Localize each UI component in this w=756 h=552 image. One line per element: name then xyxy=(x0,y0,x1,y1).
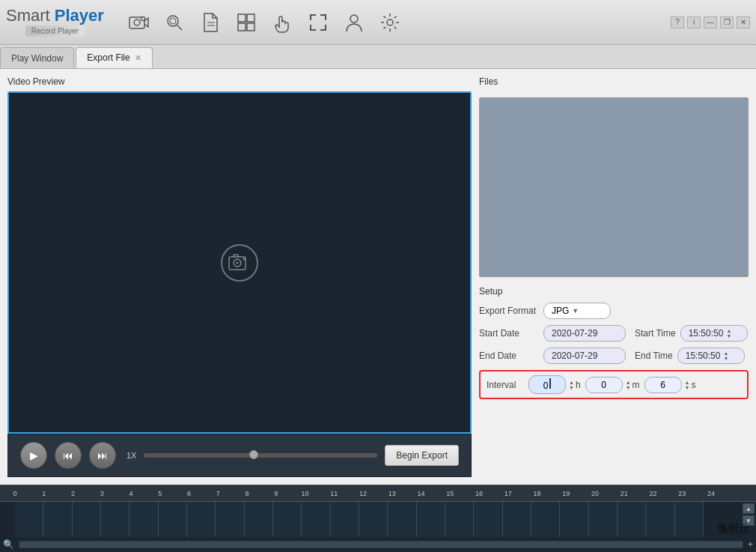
end-time-spinner[interactable]: ▲ ▼ xyxy=(723,351,728,361)
player-controls: ▶ ⏮ ⏭ 1X Begin Export xyxy=(7,434,472,477)
interval-m-spinner[interactable]: ▲ ▼ xyxy=(626,380,631,390)
timeline-cell-9[interactable] xyxy=(273,502,302,537)
end-date-input[interactable]: 2020-07-29 xyxy=(543,348,626,364)
close-button[interactable]: ✕ xyxy=(737,16,750,28)
timeline-cell-8[interactable] xyxy=(245,502,273,537)
progress-thumb[interactable] xyxy=(249,450,258,459)
interval-row: Interval 0 ▲ ▼ h 0 xyxy=(479,370,749,399)
timeline-cell-3[interactable] xyxy=(101,502,129,537)
timeline-cell-22[interactable] xyxy=(646,502,674,537)
start-date-input[interactable]: 2020-07-29 xyxy=(543,325,626,342)
svg-point-17 xyxy=(243,258,246,260)
timeline-cell-18[interactable] xyxy=(531,502,560,537)
end-spin-up-icon[interactable]: ▲ xyxy=(723,351,728,356)
end-spin-down-icon[interactable]: ▼ xyxy=(723,356,728,361)
timeline-cell-16[interactable] xyxy=(474,502,502,537)
zoom-out-button[interactable]: 🔍 xyxy=(3,539,14,550)
timeline-cell-10[interactable] xyxy=(302,502,330,537)
spin-up-icon[interactable]: ▲ xyxy=(726,328,731,333)
timeline-cell-2[interactable] xyxy=(73,502,101,537)
toolbar-icon-add-camera[interactable] xyxy=(126,10,150,34)
interval-s-spinner[interactable]: ▲ ▼ xyxy=(685,380,690,390)
timeline-cell-12[interactable] xyxy=(359,502,388,537)
begin-export-button[interactable]: Begin Export xyxy=(385,445,459,466)
start-date-row: Start Date 2020-07-29 Start Time 15:50:5… xyxy=(479,325,749,342)
timeline-cell-17[interactable] xyxy=(503,502,531,537)
interval-h-spinner[interactable]: ▲ ▼ xyxy=(569,380,574,390)
toolbar-icon-layout[interactable] xyxy=(234,10,258,34)
timeline-cell-1[interactable] xyxy=(43,502,72,537)
next-frame-button[interactable]: ⏭ xyxy=(89,442,116,469)
timeline-cell-21[interactable] xyxy=(618,502,646,537)
timeline-cell-23[interactable] xyxy=(675,502,704,537)
prev-frame-button[interactable]: ⏮ xyxy=(55,442,82,469)
toolbar-icon-hand[interactable] xyxy=(270,10,294,34)
svg-point-3 xyxy=(168,16,178,26)
app-title-smart: Smart xyxy=(6,6,50,25)
ruler-num-1: 1 xyxy=(37,490,52,497)
interval-m-input[interactable]: 0 xyxy=(585,377,623,393)
setup-section: Setup Export Format JPG ▼ Start Date 202… xyxy=(479,283,749,399)
help-button[interactable]: ? xyxy=(671,16,684,28)
m-spin-down-icon[interactable]: ▼ xyxy=(626,385,631,390)
toolbar-icon-file[interactable] xyxy=(198,10,222,34)
toolbar-icons xyxy=(126,10,402,34)
start-time-spinner[interactable]: ▲ ▼ xyxy=(726,328,731,339)
start-time-input[interactable]: 15:50:50 ▲ ▼ xyxy=(680,325,748,342)
ruler-num-13: 13 xyxy=(385,490,400,497)
end-time-value: 15:50:50 xyxy=(686,351,721,361)
timeline-cell-13[interactable] xyxy=(388,502,416,537)
timeline-cell-19[interactable] xyxy=(560,502,588,537)
ruler-num-3: 3 xyxy=(94,490,109,497)
timeline-cell-0[interactable] xyxy=(15,502,43,537)
interval-h-input[interactable]: 0 xyxy=(528,375,566,394)
interval-s-field: 6 ▲ ▼ s xyxy=(644,377,696,393)
minimize-button[interactable]: — xyxy=(704,16,717,28)
video-preview-label: Video Preview xyxy=(7,76,472,87)
end-date-label: End Date xyxy=(479,351,539,361)
timeline-tracks[interactable] xyxy=(15,502,704,537)
toolbar-icon-search[interactable] xyxy=(162,10,186,34)
tab-play-window-label: Play Window xyxy=(11,53,63,64)
s-spin-down-icon[interactable]: ▼ xyxy=(685,385,690,390)
timeline-bottom: 🔍 + xyxy=(0,537,756,552)
timeline-cell-4[interactable] xyxy=(129,502,158,537)
timeline-cell-5[interactable] xyxy=(159,502,187,537)
h-spin-up-icon[interactable]: ▲ xyxy=(569,380,574,385)
spin-down-icon[interactable]: ▼ xyxy=(726,333,731,339)
format-select-arrow-icon: ▼ xyxy=(572,307,579,315)
toolbar-icon-user[interactable] xyxy=(342,10,366,34)
progress-bar[interactable] xyxy=(144,453,377,458)
ruler-num-24: 24 xyxy=(704,490,719,497)
timeline-scroll-up[interactable]: ▲ xyxy=(743,503,755,514)
toolbar-icon-settings[interactable] xyxy=(378,10,402,34)
interval-h-value: 0 xyxy=(543,380,549,391)
toolbar-icon-fullscreen[interactable] xyxy=(306,10,330,34)
export-format-row: Export Format JPG ▼ xyxy=(479,303,749,319)
s-spin-up-icon[interactable]: ▲ xyxy=(685,380,690,385)
export-format-select[interactable]: JPG ▼ xyxy=(543,303,611,319)
timeline-cell-7[interactable] xyxy=(216,502,244,537)
restore-button[interactable]: ❐ xyxy=(720,16,734,28)
interval-s-input[interactable]: 6 xyxy=(644,377,682,393)
ruler-num-2: 2 xyxy=(66,490,81,497)
timeline-cell-14[interactable] xyxy=(417,502,445,537)
m-spin-up-icon[interactable]: ▲ xyxy=(626,380,631,385)
tab-export-file[interactable]: Export File ✕ xyxy=(76,47,152,68)
play-button[interactable]: ▶ xyxy=(20,442,47,469)
end-time-input[interactable]: 15:50:50 ▲ ▼ xyxy=(677,348,745,364)
timeline-cell-20[interactable] xyxy=(589,502,618,537)
ruler-num-8: 8 xyxy=(240,490,254,497)
files-preview-area xyxy=(479,97,749,277)
tab-play-window[interactable]: Play Window xyxy=(0,47,74,68)
timeline-cell-11[interactable] xyxy=(331,502,359,537)
zoom-in-button[interactable]: + xyxy=(748,539,753,550)
timeline-cell-15[interactable] xyxy=(445,502,474,537)
h-spin-down-icon[interactable]: ▼ xyxy=(569,385,574,390)
timeline-scrollbar[interactable] xyxy=(19,541,743,548)
start-date-label: Start Date xyxy=(479,328,539,339)
timeline-cell-6[interactable] xyxy=(187,502,216,537)
info-button[interactable]: i xyxy=(687,16,701,28)
ruler-num-21: 21 xyxy=(617,490,632,497)
tab-close-icon[interactable]: ✕ xyxy=(135,53,141,63)
